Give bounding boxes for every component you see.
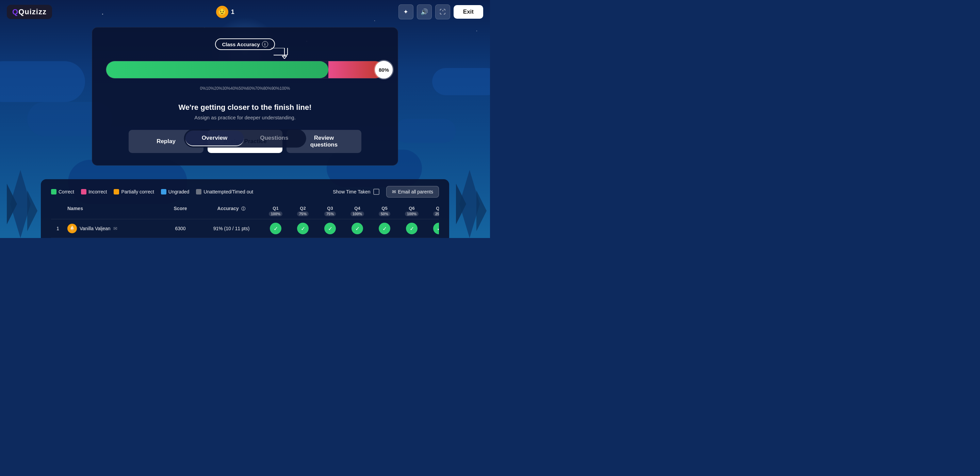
partially-correct-dot (114, 189, 119, 195)
th-score: Score (160, 206, 201, 216)
class-accuracy-wrapper: Class Accuracy i 80% 0% 10% (106, 38, 384, 98)
fullscreen-icon: ⛶ (440, 8, 446, 16)
incorrect-dot (81, 189, 86, 195)
header-controls: ✦ 🔊 ⛶ Exit (398, 5, 483, 19)
th-q7: Q7 25% (425, 206, 439, 216)
sparkle-button[interactable]: ✦ (398, 5, 414, 19)
svg-marker-5 (476, 190, 487, 231)
th-rank (51, 206, 65, 216)
th-q1: Q1 100% (262, 206, 289, 216)
legend: Correct Incorrect Partially correct Ungr… (51, 186, 439, 198)
tabs-wrapper: Overview Questions (184, 129, 306, 148)
accuracy-info-icon: ⓘ (241, 206, 245, 211)
correct-mark: ✓ (379, 223, 390, 234)
show-time-taken: Show Time Taken (333, 189, 379, 195)
progress-labels: 0% 10% 20% 30% 40% 50% 60% 70% 80% 90% 1… (199, 86, 291, 91)
legend-partially: Partially correct (114, 189, 154, 195)
th-q4: Q4 100% (344, 206, 371, 216)
td-q5: ✓ (371, 223, 398, 234)
header-center: 😟 1 (216, 6, 234, 18)
sparkle-icon: ✦ (403, 8, 408, 16)
th-q5: Q5 50% (371, 206, 398, 216)
th-names: Names (65, 206, 160, 216)
student-avatar: 🍦 (67, 224, 77, 233)
student-email-icon[interactable]: ✉ (113, 226, 118, 231)
th-accuracy: Accuracy ⓘ (201, 206, 262, 216)
legend-unattempted: Unattempted/Timed out (196, 189, 253, 195)
player-emoji: 😟 (216, 6, 228, 18)
td-name: 🍦 Vanilla Valjean ✉ (65, 224, 160, 233)
correct-mark: ✓ (406, 223, 417, 234)
volume-button[interactable]: 🔊 (417, 5, 432, 19)
td-q3: ✓ (317, 223, 344, 234)
header: QQuizizz 😟 1 ✦ 🔊 ⛶ Exit (0, 0, 490, 24)
legend-ungraded: Ungraded (161, 189, 189, 195)
th-q6: Q6 100% (398, 206, 425, 216)
logo: QQuizizz (7, 5, 52, 19)
player-count: 1 (231, 8, 234, 16)
correct-mark: ✓ (352, 223, 363, 234)
td-q1: ✓ (262, 223, 289, 234)
table-header: Names Score Accuracy ⓘ Q1 100% Q2 75% Q3… (51, 203, 439, 219)
correct-dot (51, 189, 56, 195)
correct-mark: ✓ (433, 223, 439, 234)
progress-indicator: 80% (375, 61, 393, 79)
tab-questions[interactable]: Questions (243, 130, 305, 146)
volume-icon: 🔊 (421, 8, 428, 16)
progress-bar-container: 80% (106, 61, 384, 79)
svg-marker-2 (27, 190, 37, 231)
badge-arrow (271, 48, 291, 59)
info-icon: i (262, 41, 268, 47)
progress-bar-fill (106, 61, 328, 78)
tabs-container: Overview Questions (184, 129, 306, 148)
class-accuracy-badge: Class Accuracy i (215, 38, 275, 50)
th-q2: Q2 75% (289, 206, 317, 216)
cloud-decoration (432, 68, 490, 95)
td-q4: ✓ (344, 223, 371, 234)
td-q7: ✓ (425, 223, 439, 234)
logo-text: QQuizizz (12, 8, 47, 16)
crystal-right-decoration (449, 170, 490, 238)
exit-button[interactable]: Exit (453, 5, 483, 19)
td-q6: ✓ (398, 223, 425, 234)
bottom-section: Correct Incorrect Partially correct Ungr… (41, 179, 449, 238)
tab-overview[interactable]: Overview (185, 130, 244, 146)
th-q3: Q3 75% (317, 206, 344, 216)
results-table: Names Score Accuracy ⓘ Q1 100% Q2 75% Q3… (51, 203, 439, 238)
td-rank: 1 (51, 226, 65, 231)
ungraded-dot (161, 189, 166, 195)
legend-correct: Correct (51, 189, 74, 195)
td-accuracy: 91% (10 / 11 pts) (201, 226, 262, 231)
email-icon: ✉ (392, 189, 396, 195)
table-row: 1 🍦 Vanilla Valjean ✉ 6300 91% (10 / 11 … (51, 219, 439, 238)
message-sub: Assign as practice for deeper understand… (106, 114, 384, 121)
crystal-left-decoration (0, 170, 41, 238)
td-q2: ✓ (289, 223, 317, 234)
legend-incorrect: Incorrect (81, 189, 107, 195)
unattempted-dot (196, 189, 202, 195)
correct-mark: ✓ (297, 223, 309, 234)
correct-mark: ✓ (324, 223, 336, 234)
email-all-parents-button[interactable]: ✉ Email all parents (386, 186, 439, 198)
td-score: 6300 (160, 226, 201, 231)
show-time-checkbox[interactable] (373, 189, 379, 195)
correct-mark: ✓ (270, 223, 282, 234)
cloud-decoration (395, 119, 456, 143)
cloud-decoration (0, 61, 85, 102)
fullscreen-button[interactable]: ⛶ (435, 5, 450, 19)
message-title: We're getting closer to the finish line! (106, 103, 384, 112)
class-accuracy-label: Class Accuracy (222, 41, 259, 47)
